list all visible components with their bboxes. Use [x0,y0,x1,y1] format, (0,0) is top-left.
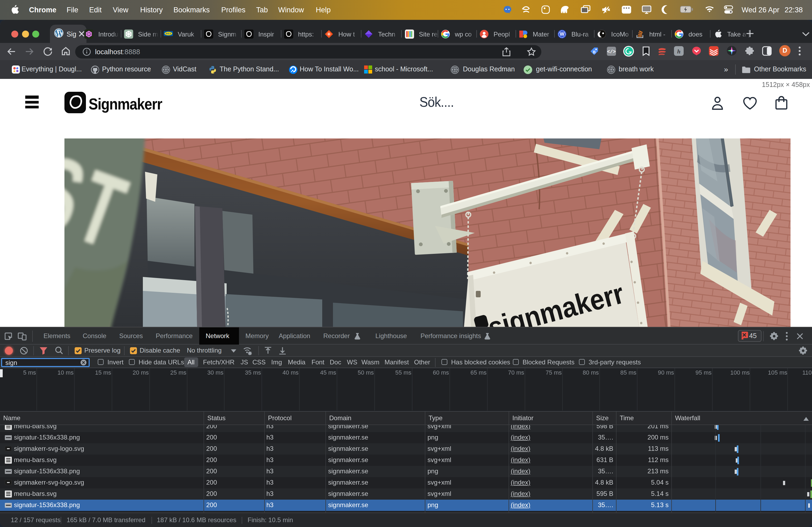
svg-text:B: B [593,50,596,54]
svg-text:</>: </> [607,49,616,55]
svg-text:h: h [677,48,680,55]
svg-text:W: W [560,31,564,36]
svg-text:IKEA: IKEA [166,32,171,35]
